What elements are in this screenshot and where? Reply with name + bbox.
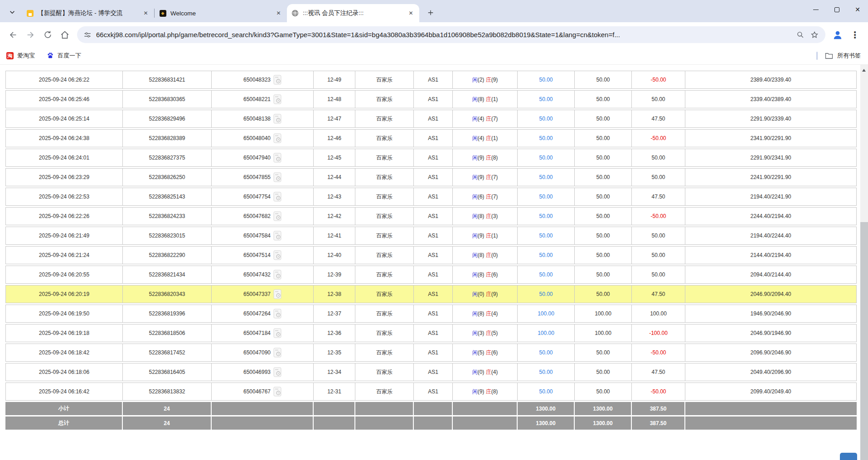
result-banker-points: (0): [491, 252, 498, 258]
menu-button[interactable]: ⋮: [846, 26, 863, 44]
tab-haiyan-forum[interactable]: 【新提醒】海燕论坛 - 博学交流 ✕: [22, 4, 154, 22]
video-record-icon[interactable]: [273, 270, 281, 280]
video-record-icon[interactable]: [273, 367, 281, 377]
cell-bet-amount[interactable]: 50.00: [518, 227, 575, 245]
result-player-label: 闲: [472, 232, 478, 239]
video-record-icon[interactable]: [273, 211, 281, 221]
cell-valid-amount: 50.00: [575, 344, 632, 362]
video-record-icon[interactable]: [273, 387, 281, 397]
cell-win-loss: 100.00: [632, 305, 685, 323]
cell-bet-amount[interactable]: 50.00: [518, 110, 575, 128]
home-button[interactable]: [56, 26, 73, 44]
maximize-button[interactable]: [826, 0, 847, 19]
cell-bet-amount[interactable]: 100.00: [518, 324, 575, 342]
video-record-icon[interactable]: [273, 133, 281, 143]
cell-account: AS1: [414, 168, 453, 186]
reload-icon: [43, 30, 53, 39]
reload-button[interactable]: [39, 26, 56, 44]
video-record-icon[interactable]: [273, 250, 281, 260]
round-number-text: 650047940: [243, 155, 271, 161]
round-number-text: 650048323: [243, 77, 271, 83]
cell-round-number: 650047754: [212, 188, 314, 206]
cell-bet-amount[interactable]: 50.00: [518, 207, 575, 225]
result-player-points: (9): [478, 388, 485, 395]
close-tab-icon[interactable]: ✕: [275, 10, 282, 17]
cell-result: 闲(9) 庄(8): [453, 149, 518, 167]
result-player-label: 闲: [472, 369, 478, 375]
forward-button[interactable]: [22, 26, 39, 44]
bookmark-baidu[interactable]: 百度一下: [47, 52, 81, 60]
cell-bet-amount[interactable]: 50.00: [518, 149, 575, 167]
window-controls: ✕: [805, 0, 868, 19]
video-record-icon[interactable]: [273, 348, 281, 358]
tab-favicon-welcome-icon: ◆: [159, 10, 166, 17]
cell-result: 闲(0) 庄(9): [453, 285, 518, 303]
tab-search-button[interactable]: [5, 5, 19, 19]
minimize-button[interactable]: [805, 0, 826, 19]
close-window-button[interactable]: ✕: [847, 0, 868, 19]
cell-bet-amount[interactable]: 50.00: [518, 344, 575, 362]
tab-bet-records-active[interactable]: :::视讯 会员下注纪录::: ✕: [287, 4, 419, 22]
back-button[interactable]: [5, 26, 22, 44]
close-tab-icon[interactable]: ✕: [142, 10, 150, 17]
cell-bet-number: 522836827375: [123, 149, 212, 167]
cell-bet-amount[interactable]: 50.00: [518, 383, 575, 401]
table-row: 2025-09-24 06:20:19 522836820343 6500473…: [5, 285, 857, 303]
result-player-label: 闲: [472, 135, 478, 141]
bookmark-star-icon[interactable]: [810, 30, 819, 39]
profile-avatar[interactable]: [829, 26, 846, 44]
all-bookmarks-button[interactable]: 所有书签: [825, 52, 861, 60]
summary-label: 总计: [5, 416, 123, 430]
scroll-up-arrow[interactable]: [862, 69, 866, 72]
video-record-icon[interactable]: [273, 231, 281, 241]
result-banker-points: (7): [491, 116, 498, 122]
cell-bet-amount[interactable]: 50.00: [518, 363, 575, 381]
address-bar[interactable]: 66cxkj98.com/ipl/portal.php/game/betreco…: [77, 26, 825, 43]
cell-result: 闲(4) 庄(1): [453, 129, 518, 147]
result-player-points: (5): [478, 349, 485, 356]
summary-empty-cell: [414, 416, 453, 430]
result-banker-label: 庄: [486, 96, 491, 102]
video-record-icon[interactable]: [273, 192, 281, 202]
video-record-icon[interactable]: [273, 172, 281, 182]
summary-empty-cell: [212, 416, 314, 430]
cell-valid-amount: 100.00: [575, 305, 632, 323]
tab-welcome[interactable]: ◆ Welcome ✕: [155, 4, 287, 22]
site-settings-tune-icon[interactable]: [83, 31, 92, 39]
result-player-points: (4): [478, 135, 485, 141]
cell-bet-amount[interactable]: 50.00: [518, 246, 575, 264]
cell-win-loss: 47.50: [632, 188, 685, 206]
cell-bet-amount[interactable]: 50.00: [518, 129, 575, 147]
scrollbar-thumb[interactable]: [860, 222, 868, 460]
cell-bet-amount[interactable]: 100.00: [518, 305, 575, 323]
video-record-icon[interactable]: [273, 309, 281, 319]
summary-winloss-total: 387.50: [632, 402, 685, 415]
video-record-icon[interactable]: [273, 328, 281, 338]
all-bookmarks-label: 所有书签: [837, 52, 861, 60]
close-tab-icon[interactable]: ✕: [407, 10, 415, 17]
video-record-icon[interactable]: [273, 94, 281, 104]
cell-bet-amount[interactable]: 50.00: [518, 168, 575, 186]
cell-balance: 2291.90/2341.90: [685, 149, 857, 167]
cell-bet-amount[interactable]: 50.00: [518, 285, 575, 303]
cell-bet-amount[interactable]: 50.00: [518, 90, 575, 108]
cell-bet-time: 2025-09-24 06:19:50: [5, 305, 123, 323]
cell-result: 闲(8) 庄(4): [453, 305, 518, 323]
cell-bet-amount[interactable]: 50.00: [518, 188, 575, 206]
video-record-icon[interactable]: [273, 75, 281, 85]
new-tab-button[interactable]: [424, 6, 437, 19]
cell-bet-amount[interactable]: 50.00: [518, 266, 575, 284]
browser-toolbar: 66cxkj98.com/ipl/portal.php/game/betreco…: [0, 22, 868, 47]
back-to-top-button[interactable]: [840, 453, 857, 460]
folder-icon: [825, 52, 833, 59]
kebab-menu-icon: ⋮: [850, 29, 859, 40]
cell-bet-amount[interactable]: 50.00: [518, 71, 575, 89]
result-player-label: 闲: [472, 252, 478, 258]
zoom-magnifier-icon[interactable]: [796, 30, 805, 39]
bookmark-taobao[interactable]: 淘 爱淘宝: [6, 52, 35, 60]
video-record-icon[interactable]: [273, 289, 281, 299]
cell-result: 闲(8) 庄(3): [453, 207, 518, 225]
video-record-icon[interactable]: [273, 153, 281, 163]
video-record-icon[interactable]: [273, 114, 281, 124]
cell-balance: 1946.90/2046.90: [685, 305, 857, 323]
